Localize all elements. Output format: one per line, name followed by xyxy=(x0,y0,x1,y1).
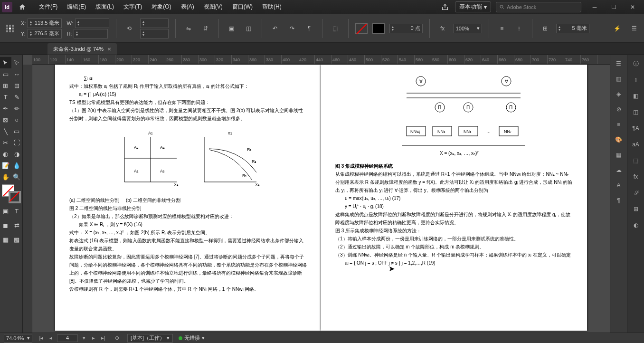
flip-h-icon[interactable]: ⇋ xyxy=(182,22,195,35)
menu-object[interactable]: 对象(O) xyxy=(147,0,176,14)
scale-x-input[interactable]: ▴▾ xyxy=(140,19,169,28)
stroke-swatch[interactable] xyxy=(372,23,385,34)
horizontal-ruler[interactable]: 1001201401601802002202402602803003203403… xyxy=(32,55,610,65)
content-collector-tool[interactable]: ⊞ xyxy=(0,80,11,91)
fill-swatch[interactable] xyxy=(355,23,368,34)
page-number-field[interactable]: 4 xyxy=(57,334,78,342)
formatting-container-icon[interactable]: ▣ xyxy=(0,205,11,217)
menu-window[interactable]: 窗口(W) xyxy=(227,0,257,14)
last-page-icon[interactable]: ▸| xyxy=(100,335,106,341)
y-input[interactable]: ▴▾276.5 毫米 xyxy=(28,29,62,38)
menu-layout[interactable]: 版面(L) xyxy=(91,0,119,14)
flip-v-icon[interactable]: ⇵ xyxy=(199,22,212,35)
object-styles-icon[interactable]: ⬚ xyxy=(631,156,641,165)
cc-libraries-icon[interactable]: ☁ xyxy=(614,165,624,175)
formatting-text-icon[interactable]: T xyxy=(11,205,23,217)
preflight-status[interactable]: 无错误▾ xyxy=(179,334,205,342)
quick-apply-icon[interactable]: ⚡ xyxy=(611,22,623,35)
swatches-panel-icon[interactable]: ▦ xyxy=(614,150,624,160)
workspace-switcher[interactable]: 基本功能▾ xyxy=(455,1,491,12)
redo-icon[interactable]: ↷ xyxy=(286,22,298,35)
next-page-icon[interactable]: ▸ xyxy=(90,335,97,341)
character-styles-icon[interactable]: aA xyxy=(631,140,641,149)
paragraph-panel-icon[interactable]: ¶ xyxy=(614,196,624,205)
eyedropper-tool[interactable]: 💧 xyxy=(11,160,23,171)
reference-point[interactable] xyxy=(4,22,16,35)
w-input[interactable]: ▴▾ xyxy=(75,19,109,28)
gap-tool[interactable]: ↔ xyxy=(11,68,23,80)
home-icon[interactable] xyxy=(16,1,28,13)
control-menu-icon[interactable]: ☰ xyxy=(628,22,640,35)
scale-y-input[interactable]: ▴▾ xyxy=(140,29,169,38)
screen-mode-icon[interactable]: ▦ xyxy=(0,234,11,245)
hand-tool[interactable]: ✋ xyxy=(0,171,11,182)
rotate-icon[interactable]: ⟲ xyxy=(123,22,135,35)
stroke-panel-icon[interactable]: ≡ xyxy=(614,120,624,129)
zoom-dropdown[interactable]: 74.04%▾ xyxy=(4,334,32,343)
gradient-panel-icon[interactable]: ◐ xyxy=(631,220,641,230)
prev-page-icon[interactable]: ◂ xyxy=(47,335,54,341)
vertical-ruler[interactable] xyxy=(23,65,32,333)
fill-stroke-swatch[interactable] xyxy=(2,184,21,203)
swap-colors-icon[interactable]: ⇄ xyxy=(11,219,23,231)
distribute-icon[interactable]: ⫶ xyxy=(513,22,525,35)
open-nav-icon[interactable]: ⊕ xyxy=(112,333,122,343)
rectangle-frame-tool[interactable]: ⊠ xyxy=(0,114,11,125)
rectangle-tool[interactable]: ▭ xyxy=(11,125,23,137)
page-tool[interactable]: ▭ xyxy=(0,68,11,80)
scissors-tool[interactable]: ✂ xyxy=(0,137,11,148)
stroke-weight-input[interactable]: ▴▾0 点 xyxy=(389,24,423,33)
gradient-tool[interactable]: ◐ xyxy=(0,148,11,160)
menu-edit[interactable]: 编辑(E) xyxy=(62,0,91,14)
content-placer-tool[interactable]: ⊟ xyxy=(11,80,23,91)
undo-icon[interactable]: ↶ xyxy=(269,22,281,35)
window-maximize[interactable]: ☐ xyxy=(604,0,623,14)
layer-dropdown[interactable]: [基本]（工作）▾ xyxy=(127,334,173,343)
select-container-icon[interactable]: ▣ xyxy=(226,22,238,35)
align-icon[interactable]: ≡ xyxy=(496,22,508,35)
align-panel-icon[interactable]: ⫿ xyxy=(631,75,641,85)
type-tool[interactable]: T xyxy=(0,91,11,103)
text-wrap-panel-icon[interactable]: ◫ xyxy=(631,107,641,117)
line-tool[interactable]: ╲ xyxy=(0,125,11,137)
gradient-feather-tool[interactable]: ◑ xyxy=(11,148,23,160)
note-tool[interactable]: 📝 xyxy=(0,160,11,171)
pathfinder-panel-icon[interactable]: ◧ xyxy=(631,91,641,101)
paragraph-styles-icon[interactable]: ¶A xyxy=(631,124,641,133)
color-panel-icon[interactable]: 🎨 xyxy=(614,135,624,144)
menu-file[interactable]: 文件(F) xyxy=(34,0,62,14)
effects-panel-icon[interactable]: fx xyxy=(631,172,641,181)
zoom-input[interactable]: 100%▾ xyxy=(454,24,482,33)
table-panel-icon[interactable]: ⊞ xyxy=(631,204,641,214)
menu-help[interactable]: 帮助(H) xyxy=(257,0,286,14)
selection-tool[interactable] xyxy=(0,57,11,68)
x-input[interactable]: ▴▾113.5 毫米 xyxy=(28,19,62,28)
links-panel-icon[interactable]: ⊘ xyxy=(614,105,624,114)
menu-view[interactable]: 视图(V) xyxy=(199,0,227,14)
default-colors-icon[interactable]: ◼ xyxy=(0,219,11,231)
direct-selection-tool[interactable] xyxy=(11,57,23,68)
share-icon[interactable] xyxy=(440,2,450,12)
paragraph-icon[interactable]: ¶ xyxy=(303,22,315,35)
document-tab[interactable]: 未命名-3.indd @ 74% ✕ xyxy=(47,43,117,55)
free-transform-tool[interactable]: ⛶ xyxy=(11,137,23,148)
pen-tool[interactable]: ✒ xyxy=(0,103,11,114)
properties-panel-icon[interactable]: ☰ xyxy=(614,59,624,68)
page-navigator[interactable]: |◂ ◂ 4 ▾ ▸ ▸| xyxy=(38,334,106,342)
window-minimize[interactable]: ─ xyxy=(585,0,604,14)
stock-search[interactable]: Adobe Stock xyxy=(496,2,581,12)
character-panel-icon[interactable]: A xyxy=(614,181,624,190)
select-content-icon[interactable]: ◫ xyxy=(243,22,255,35)
effects-icon[interactable]: fx xyxy=(436,22,449,35)
frame-fitting-icon[interactable]: ⊞ xyxy=(539,22,551,35)
text-wrap-icon[interactable]: ⬚ xyxy=(329,22,341,35)
pages-panel-icon[interactable]: ▥ xyxy=(614,74,624,84)
ellipse-tool[interactable]: ○ xyxy=(11,114,23,125)
window-close[interactable]: ✕ xyxy=(623,0,642,14)
menu-type[interactable]: 文字(T) xyxy=(119,0,147,14)
type-on-path-tool[interactable]: ✎ xyxy=(11,91,23,103)
pencil-tool[interactable]: ✏ xyxy=(11,103,23,114)
zoom-tool[interactable]: 🔍 xyxy=(11,171,23,182)
close-icon[interactable]: ✕ xyxy=(107,47,111,52)
h-input[interactable]: ▴▾ xyxy=(74,29,108,38)
